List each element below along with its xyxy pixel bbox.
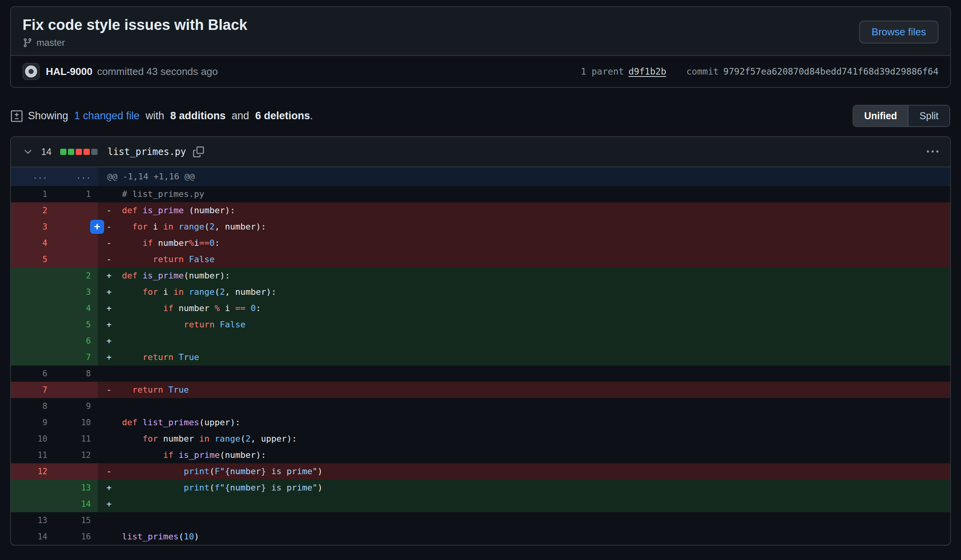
new-line-number[interactable]: 16 xyxy=(54,529,98,545)
hunk-gutter-new[interactable]: ... xyxy=(54,167,98,186)
code-line: def list_primes(upper): xyxy=(98,414,950,431)
old-line-number[interactable]: 12 xyxy=(11,463,54,480)
collapse-file-button[interactable] xyxy=(21,145,35,159)
old-line-number[interactable] xyxy=(11,317,54,333)
author-name[interactable]: HAL-9000 xyxy=(46,66,92,78)
kebab-horizontal-icon xyxy=(927,146,938,158)
summary-additions: 8 additions xyxy=(170,110,226,122)
new-line-number[interactable] xyxy=(54,463,98,480)
new-line-number[interactable]: 8 xyxy=(54,365,98,382)
code-line: - print(F"{number} is prime") xyxy=(98,463,950,480)
changed-file-link[interactable]: 1 changed file xyxy=(74,110,139,122)
new-line-number[interactable]: 5 xyxy=(54,317,98,333)
new-line-number[interactable]: 3 xyxy=(54,284,98,300)
old-line-number[interactable]: 4 xyxy=(11,235,54,251)
code-line: + xyxy=(98,496,950,512)
old-line-number[interactable] xyxy=(11,268,54,284)
summary-text: Showing 1 changed file with 8 additions … xyxy=(28,110,313,122)
code-line xyxy=(98,512,950,529)
old-line-number[interactable]: 3 xyxy=(11,219,54,235)
diff-row: 7 + return True xyxy=(11,349,950,365)
diffstat xyxy=(60,149,97,155)
code-text: print(f"{number} is prime") xyxy=(122,483,323,492)
new-line-number[interactable]: 9 xyxy=(54,398,98,414)
diffstat-block xyxy=(60,149,66,155)
summary-deletions: 6 deletions xyxy=(255,110,310,122)
file-header: 14 list_primes.py xyxy=(11,137,950,167)
new-line-number[interactable] xyxy=(54,382,98,398)
new-line-number[interactable]: 7 xyxy=(54,349,98,365)
old-line-number[interactable] xyxy=(11,300,54,317)
code-line: for number in range(2, upper): xyxy=(98,431,950,447)
old-line-number[interactable]: 7 xyxy=(11,382,54,398)
new-line-number[interactable]: 2 xyxy=(54,268,98,284)
old-line-number[interactable]: 10 xyxy=(11,431,54,447)
diff-marker: + xyxy=(106,496,122,512)
parent-sha-link[interactable]: d9f1b2b xyxy=(628,66,666,77)
browse-files-button[interactable]: Browse files xyxy=(859,21,938,43)
old-line-number[interactable]: 11 xyxy=(11,447,54,463)
diff-row: 1 1 # list_primes.py xyxy=(11,186,950,202)
old-line-number[interactable]: 2 xyxy=(11,202,54,219)
old-line-number[interactable]: 6 xyxy=(11,365,54,382)
old-line-number[interactable]: 14 xyxy=(11,529,54,545)
new-line-number[interactable]: 4 xyxy=(54,300,98,317)
code-text: print(F"{number} is prime") xyxy=(122,466,323,476)
diff-row: 14 16 list_primes(10) xyxy=(11,529,950,545)
hunk-gutter-old[interactable]: ... xyxy=(11,167,54,186)
old-line-number[interactable]: 9 xyxy=(11,414,54,431)
diffstat-block xyxy=(84,149,90,155)
old-line-number[interactable] xyxy=(11,496,54,512)
copy-file-name-button[interactable] xyxy=(192,145,205,159)
diff-row: 13 + print(f"{number} is prime") xyxy=(11,480,950,496)
hunk-header-row: ... ... @@ -1,14 +1,16 @@ xyxy=(11,167,950,186)
new-line-number[interactable]: 15 xyxy=(54,512,98,529)
new-line-number[interactable]: 6 xyxy=(54,333,98,349)
new-line-number[interactable]: 1 xyxy=(54,186,98,202)
commit-title-section: Fix code style issues with Black master … xyxy=(11,7,950,55)
code-text: if is_prime(number): xyxy=(122,450,266,460)
new-line-number[interactable]: 10 xyxy=(54,414,98,431)
old-line-number[interactable] xyxy=(11,349,54,365)
diff-row: 3 + for i in range(2, number): xyxy=(11,284,950,300)
add-comment-button[interactable]: + xyxy=(90,220,104,234)
committed-text: committed 43 seconds ago xyxy=(97,66,218,78)
old-line-number[interactable]: 5 xyxy=(11,251,54,268)
view-mode-unified[interactable]: Unified xyxy=(853,106,908,126)
summary-with: with xyxy=(146,110,164,122)
diff-rows: 1 1 # list_primes.py 2 -def is_prime (nu… xyxy=(11,186,950,545)
parent-label: 1 parent xyxy=(581,66,624,77)
new-line-number[interactable]: 11 xyxy=(54,431,98,447)
diffstat-block xyxy=(91,149,97,155)
diff-summary-bar: Showing 1 changed file with 8 additions … xyxy=(11,105,950,127)
new-line-number[interactable] xyxy=(54,202,98,219)
code-line: list_primes(10) xyxy=(98,529,950,545)
view-mode-split[interactable]: Split xyxy=(908,106,949,126)
new-line-number[interactable] xyxy=(54,251,98,268)
old-line-number[interactable] xyxy=(11,284,54,300)
file-options-button[interactable] xyxy=(925,144,940,159)
code-text: for number in range(2, upper): xyxy=(122,434,297,443)
old-line-number[interactable] xyxy=(11,333,54,349)
diff-row: 10 11 for number in range(2, upper): xyxy=(11,431,950,447)
new-line-number[interactable]: 13 xyxy=(54,480,98,496)
code-line: +def is_prime(number): xyxy=(98,268,950,284)
new-line-number[interactable]: 12 xyxy=(54,447,98,463)
old-line-number[interactable]: 1 xyxy=(11,186,54,202)
view-mode-control: UnifiedSplit xyxy=(853,105,950,127)
code-text: for i in range(2, number): xyxy=(122,287,276,297)
diff-row: 6 8 xyxy=(11,365,950,382)
old-line-number[interactable]: 13 xyxy=(11,512,54,529)
new-line-number[interactable] xyxy=(54,235,98,251)
diff-row: 12 - print(F"{number} is prime") xyxy=(11,463,950,480)
new-line-number[interactable]: 14 xyxy=(54,496,98,512)
old-line-number[interactable] xyxy=(11,480,54,496)
branch-name[interactable]: master xyxy=(37,37,65,48)
file-name[interactable]: list_primes.py xyxy=(108,146,186,157)
old-line-number[interactable]: 8 xyxy=(11,398,54,414)
chevron-down-icon xyxy=(23,146,33,157)
code-line: if is_prime(number): xyxy=(98,447,950,463)
avatar[interactable] xyxy=(23,63,40,80)
diff-marker: + xyxy=(106,317,122,333)
code-line: + for i in range(2, number): xyxy=(98,284,950,300)
